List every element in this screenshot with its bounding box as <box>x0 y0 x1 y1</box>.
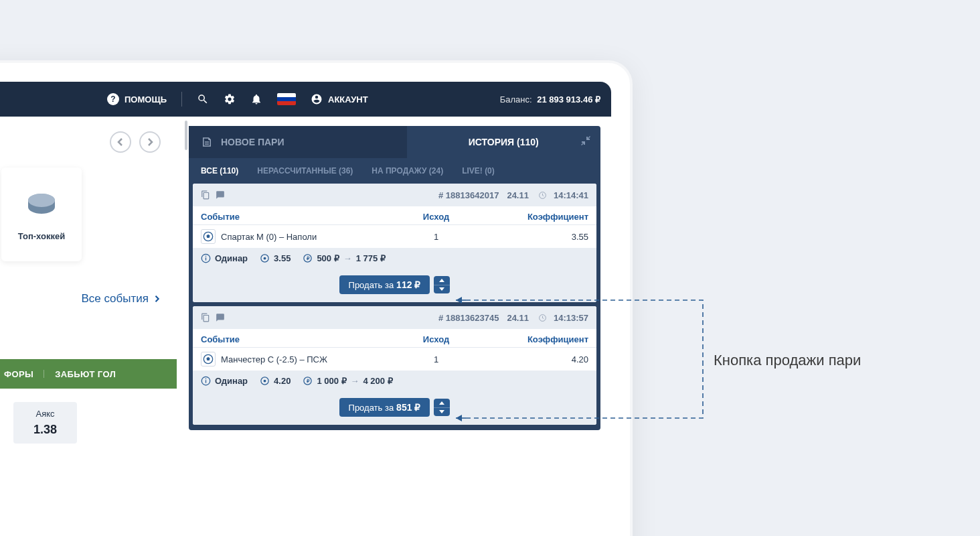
bet-stake: 1 000 ₽ <box>317 376 346 386</box>
svg-point-8 <box>28 194 55 207</box>
chat-icon[interactable] <box>216 313 225 322</box>
bet-outcome: 1 <box>395 232 478 242</box>
svg-point-28 <box>264 380 266 383</box>
svg-text:₽: ₽ <box>307 379 310 383</box>
all-events-label: Все события <box>81 292 149 306</box>
flag-ru-icon[interactable] <box>277 93 296 105</box>
market-tabs: ФОРЫ ЗАБЬЮТ ГОЛ <box>0 359 177 389</box>
odds-card[interactable]: Аякс 1.38 <box>13 402 77 444</box>
bet-total-coef: 4.20 <box>274 376 291 386</box>
filter-all[interactable]: ВСЕ (110) <box>201 166 238 176</box>
copy-icon[interactable] <box>201 190 210 200</box>
bet-table-head: Событие Исход Коэффициент <box>193 206 596 224</box>
bet-list: # 18813642017 24.11 14:14:41 Событие Исх… <box>189 184 600 430</box>
svg-rect-14 <box>206 256 206 257</box>
sell-button[interactable]: Продать за 112 ₽ <box>339 275 430 294</box>
carousel-next-button[interactable] <box>139 131 161 153</box>
bell-icon[interactable] <box>250 93 262 105</box>
market-tab-handicap[interactable]: ФОРЫ <box>0 369 44 379</box>
svg-marker-32 <box>439 410 444 413</box>
gear-icon[interactable] <box>224 93 236 105</box>
target-icon <box>260 253 270 263</box>
balance-label: Баланс: <box>500 94 532 105</box>
sell-row: Продать за 851 ₽ <box>193 391 596 425</box>
bet-type: Одинар <box>215 376 248 386</box>
sidebar: тбол Топ-хоккей Все события <box>0 117 189 536</box>
odds-cards: Аякс 1.38 <box>0 402 177 444</box>
bet-payout: 4 200 ₽ <box>363 376 393 386</box>
minimize-icon[interactable] <box>580 135 591 148</box>
svg-rect-25 <box>206 380 206 383</box>
tab-new-bet[interactable]: НОВОЕ ПАРИ <box>189 126 407 158</box>
sell-amount: 851 <box>396 402 412 413</box>
help-link[interactable]: ? ПОМОЩЬ <box>107 93 167 105</box>
info-icon <box>201 376 211 386</box>
sell-button[interactable]: Продать за 851 ₽ <box>339 398 430 417</box>
football-icon <box>203 231 214 242</box>
stepper-down[interactable] <box>434 408 450 417</box>
history-filters: ВСЕ (110) НЕРАССЧИТАННЫЕ (36) НА ПРОДАЖУ… <box>189 158 600 184</box>
bet-event: Спартак М (0) – Наполи <box>221 232 317 242</box>
filter-unsettled[interactable]: НЕРАССЧИТАННЫЕ (36) <box>257 166 353 176</box>
all-events-link[interactable]: Все события <box>0 292 177 306</box>
clock-icon <box>538 191 547 200</box>
market-tab-goal[interactable]: ЗАБЬЮТ ГОЛ <box>44 369 127 379</box>
tile-hockey[interactable]: Топ-хоккей <box>1 168 82 261</box>
annotation-label: Кнопка продажи пари <box>714 352 861 369</box>
account-link[interactable]: АККАУНТ <box>311 93 368 105</box>
tab-history-label: ИСТОРИЯ (110) <box>469 137 539 147</box>
user-icon <box>311 93 323 105</box>
content-area: тбол Топ-хоккей Все события <box>0 117 611 536</box>
divider <box>181 92 182 107</box>
search-icon[interactable] <box>197 93 209 105</box>
sell-stepper[interactable] <box>434 399 450 416</box>
sport-badge <box>201 229 216 244</box>
bet-coef: 3.55 <box>478 232 588 242</box>
bet-card: # 18813642017 24.11 14:14:41 Событие Исх… <box>193 184 596 302</box>
app-header: ? ПОМОЩЬ АККАУНТ Баланс: 21 893 913.46 ₽ <box>0 82 611 117</box>
sell-row: Продать за 112 ₽ <box>193 269 596 302</box>
odds-value: 1.38 <box>33 423 57 437</box>
stepper-up[interactable] <box>434 399 450 408</box>
stepper-down[interactable] <box>434 285 450 294</box>
carousel-nav <box>0 131 161 153</box>
tab-history[interactable]: ИСТОРИЯ (110) <box>407 126 601 158</box>
tile-hockey-label: Топ-хоккей <box>18 231 65 241</box>
bet-id: # 18813642017 <box>438 190 499 200</box>
bet-panel: НОВОЕ ПАРИ ИСТОРИЯ (110) ВСЕ (110) НЕРАС… <box>189 126 600 430</box>
bet-event: Манчестер С (-2.5) – ПСЖ <box>221 354 327 364</box>
panel-tabs: НОВОЕ ПАРИ ИСТОРИЯ (110) <box>189 126 600 158</box>
filter-forsale[interactable]: НА ПРОДАЖУ (24) <box>372 166 443 176</box>
svg-text:₽: ₽ <box>307 256 310 261</box>
bet-coef: 4.20 <box>478 354 588 364</box>
bet-summary: Одинар 4.20 ₽1 000 ₽→4 200 ₽ <box>193 371 596 391</box>
col-outcome: Исход <box>395 334 478 344</box>
account-label: АККАУНТ <box>328 94 368 105</box>
col-event: Событие <box>201 212 395 222</box>
carousel-prev-button[interactable] <box>110 131 131 153</box>
help-icon: ? <box>107 93 119 105</box>
clock-icon <box>538 314 547 322</box>
bet-total-coef: 3.55 <box>274 253 291 263</box>
chevron-right-icon <box>154 295 161 303</box>
copy-icon[interactable] <box>201 313 210 322</box>
device-frame: ? ПОМОЩЬ АККАУНТ Баланс: 21 893 913.46 ₽ <box>0 60 633 536</box>
filter-live[interactable]: LIVE! (0) <box>462 166 495 176</box>
svg-rect-26 <box>206 379 206 379</box>
chat-icon[interactable] <box>216 190 225 200</box>
device-screen: ? ПОМОЩЬ АККАУНТ Баланс: 21 893 913.46 ₽ <box>0 82 611 536</box>
scrollbar[interactable] <box>185 121 187 150</box>
sport-tiles: тбол Топ-хоккей <box>0 168 177 261</box>
sell-prefix: Продать за <box>349 280 394 290</box>
svg-marker-19 <box>439 279 444 282</box>
sell-stepper[interactable] <box>434 276 450 293</box>
tab-new-bet-label: НОВОЕ ПАРИ <box>221 137 284 147</box>
stepper-up[interactable] <box>434 276 450 285</box>
arrow-icon: → <box>351 376 359 386</box>
svg-marker-23 <box>206 357 210 360</box>
bet-row: Манчестер С (-2.5) – ПСЖ 1 4.20 <box>193 347 596 371</box>
bet-panel-column: НОВОЕ ПАРИ ИСТОРИЯ (110) ВСЕ (110) НЕРАС… <box>189 126 600 536</box>
svg-marker-31 <box>439 401 444 405</box>
svg-rect-13 <box>206 257 206 260</box>
bet-header: # 18813623745 24.11 14:13:57 <box>193 306 596 329</box>
